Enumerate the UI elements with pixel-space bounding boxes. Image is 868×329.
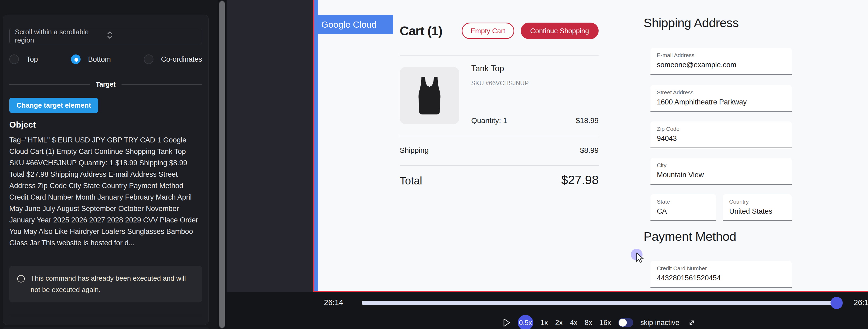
city-label: City [657,162,785,168]
city-value: Mountain View [657,171,785,179]
speed-4x-button[interactable]: 4x [570,319,578,327]
sidebar-scrollbar-gutter [218,0,226,329]
zip-code-label: Zip Code [657,126,785,132]
change-target-button[interactable]: Change target element [9,98,98,113]
country-field[interactable]: Country United States [723,194,792,221]
street-address-value: 1600 Amphitheatre Parkway [657,98,785,106]
country-label: Country [729,199,785,205]
empty-cart-button[interactable]: Empty Cart [462,23,514,39]
divider [400,136,599,136]
credit-card-number-label: Credit Card Number [657,265,785,272]
radio-bottom[interactable]: Bottom [71,55,111,64]
credit-card-number-field[interactable]: Credit Card Number 4432801561520454 [650,261,792,288]
cart-item-name: Tank Top [471,64,504,73]
zip-code-value: 94043 [657,134,785,143]
street-address-field[interactable]: Street Address 1600 Amphitheatre Parkway [650,85,792,112]
app-root: Scroll within a scrollable region Top Bo… [0,0,868,329]
scroll-position-radio-group: Top Bottom Co-ordinates [9,55,202,64]
divider-line [9,84,90,85]
replay-viewport: Google Cloud Cart (1) Empty Cart Continu… [226,0,868,329]
cart-item-sku: SKU #66VCHSJNUP [471,80,529,87]
section-divider [9,315,202,315]
total-label: Total [400,175,422,187]
info-icon [17,274,25,296]
chevron-updown-icon [106,31,197,41]
element-highlight-blue-edge [314,0,318,291]
cart-item-price: $18.99 [576,117,599,125]
credit-card-number-value: 4432801561520454 [657,274,785,282]
email-field-label: E-mail Address [657,52,785,59]
tank-top-image [408,73,451,118]
fullscreen-icon[interactable] [687,318,697,328]
country-value: United States [729,207,785,216]
browser-page: Google Cloud Cart (1) Empty Cart Continu… [318,0,868,291]
total-value: $27.98 [561,173,599,187]
cart-header: Cart (1) Empty Cart Continue Shopping [400,22,599,39]
radio-bottom-circle[interactable] [71,55,81,64]
speed-1x-button[interactable]: 1x [540,319,548,327]
speed-16x-button[interactable]: 16x [599,319,611,327]
command-panel: Scroll within a scrollable region Top Bo… [3,14,209,325]
radio-top[interactable]: Top [9,55,38,64]
action-select[interactable]: Scroll within a scrollable region [9,28,202,44]
cart-item-quantity: Quantity: 1 [471,117,507,125]
target-section-divider: Target [9,80,202,88]
radio-top-label: Top [26,55,38,64]
radio-coordinates-label: Co-ordinates [161,55,202,64]
shipping-cost-label: Shipping [400,146,429,155]
radio-coordinates-circle[interactable] [144,55,153,64]
city-field[interactable]: City Mountain View [650,158,792,185]
state-field[interactable]: State CA [650,194,716,221]
cart-item-image [400,67,459,124]
divider [400,55,599,56]
play-button[interactable] [503,318,510,327]
email-field[interactable]: E-mail Address someone@example.com [650,48,792,75]
replay-player-bar: 26:14 26:1 0.5x 1x 2x 4x 8x 16x sk [226,292,868,329]
state-value: CA [657,207,710,216]
email-field-value: someone@example.com [657,61,785,69]
divider-line [122,84,202,85]
radio-top-circle[interactable] [9,55,19,64]
skip-inactive-label: skip inactive [640,319,679,327]
cart-section: Cart (1) Empty Cart Continue Shopping Ta… [400,0,599,291]
zip-code-field[interactable]: Zip Code 94043 [650,122,792,148]
skip-inactive-toggle[interactable] [618,318,633,327]
cart-title: Cart (1) [400,24,442,38]
radio-coordinates[interactable]: Co-ordinates [144,55,202,64]
sidebar-scrollbar-thumb[interactable] [219,1,225,328]
divider [400,165,599,166]
site-logo-badge[interactable]: Google Cloud [314,15,393,34]
object-text: Tag="HTML" $ EUR USD JPY GBP TRY CAD 1 G… [9,134,202,249]
continue-shopping-button[interactable]: Continue Shopping [521,23,599,39]
street-address-label: Street Address [657,89,785,96]
state-label: State [657,199,710,205]
speed-2x-button[interactable]: 2x [555,319,563,327]
checkout-form-section: Shipping Address E-mail Address someone@… [644,0,792,291]
shipping-cost-value: $8.99 [580,146,599,155]
current-time: 26:14 [324,298,343,307]
target-section-label: Target [96,80,116,88]
player-controls: 0.5x 1x 2x 4x 8x 16x skip inactive [503,315,697,329]
end-time: 26:1 [854,298,868,307]
object-heading: Object [9,120,202,130]
sidebar: Scroll within a scrollable region Top Bo… [0,0,218,329]
speed-8x-button[interactable]: 8x [585,319,592,327]
speed-0-5x-button[interactable]: 0.5x [518,315,533,329]
toggle-knob [619,319,627,327]
info-message-box: This command has already been executed a… [9,266,202,302]
info-message-text: This command has already been executed a… [31,273,195,296]
shipping-address-heading: Shipping Address [644,15,739,30]
action-select-value: Scroll within a scrollable region [15,28,106,44]
timeline-thumb[interactable] [831,297,843,309]
payment-method-heading: Payment Method [644,229,736,244]
radio-bottom-label: Bottom [88,55,111,64]
timeline-track[interactable] [362,301,837,305]
next-panel-edge [3,327,209,329]
mouse-cursor-icon [634,252,645,264]
